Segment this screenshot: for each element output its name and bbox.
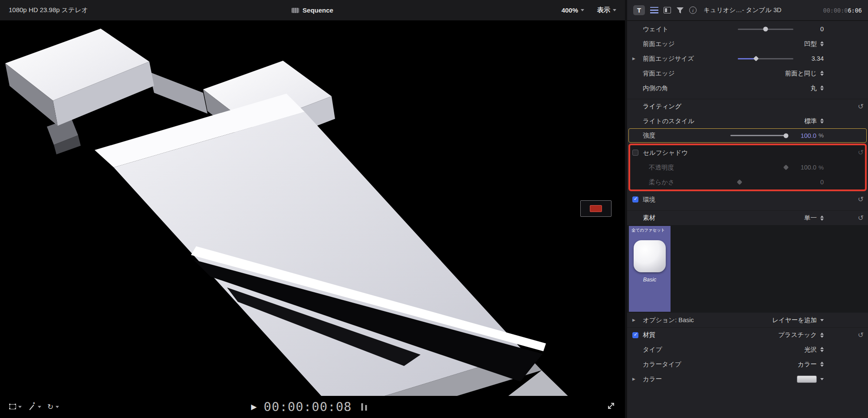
softness-label: 柔らかさ [649,178,674,186]
inspector-header: T キュリオシ…- タンブル 3D 00:00:06:06 [627,0,868,21]
info-icon[interactable] [689,7,697,14]
view-popup[interactable]: 表示 [597,6,616,14]
material-thumbnail[interactable] [634,240,666,272]
intensity-value[interactable]: 100.0 [794,132,816,139]
color-type-label: カラータイプ [643,360,681,369]
front-edge-popup[interactable]: 凹型 [794,40,824,48]
light-style-value: 標準 [794,117,817,125]
transform-tool-button[interactable] [10,404,22,409]
orbit-tool-button[interactable]: ↻ [47,403,59,411]
reset-icon[interactable]: ↺ [858,103,864,110]
reset-icon[interactable]: ↺ [858,215,864,222]
row-front-edge: 前面エッジ 凹型 [627,36,868,51]
type-value: 光沢 [794,346,817,354]
facet-group-label: 全てのファセット [631,228,665,233]
row-environment: 環境 ↺ [627,192,868,207]
view-label: 表示 [597,6,610,14]
self-shadow-annotation-box: セルフシャドウ ↺ 不透明度 100.0 % 柔 [628,144,867,191]
canvas-viewport[interactable] [0,21,625,418]
material-well: 全てのファセット Basic [627,225,868,313]
substance-popup[interactable]: プラスチック [778,331,824,339]
environment-checkbox[interactable] [632,196,638,202]
light-style-label: ライトのスタイル [643,117,694,125]
add-layer-value: レイヤーを追加 [772,316,817,324]
frame-marker-icon[interactable] [362,403,367,411]
row-self-shadow: セルフシャドウ ↺ [630,145,865,160]
disclosure-triangle-icon[interactable]: ▶ [632,377,635,381]
row-intensity: 強度 100.0 % [628,128,867,143]
intensity-slider[interactable] [730,135,786,136]
shadow-opacity-unit: % [819,164,824,171]
color-well[interactable] [797,376,824,383]
tab-text-layout[interactable] [650,7,658,13]
filter-funnel-icon[interactable] [676,7,684,14]
tab-text-inspector[interactable]: T [633,5,645,15]
reset-icon[interactable]: ↺ [858,332,864,339]
orbit-rotate-icon: ↻ [47,403,53,411]
zoom-popup[interactable]: 400% [562,7,584,14]
options-label: オプション: Basic [643,316,694,324]
expand-arrows-icon [607,402,615,410]
material-name-label: Basic [643,277,657,283]
row-type: タイプ 光沢 [627,342,868,357]
disclosure-triangle-icon[interactable]: ▶ [632,56,635,61]
stepper-icon [820,71,824,76]
mini-preview-button[interactable] [580,200,612,217]
front-edge-size-label: 前面エッジサイズ [643,55,694,63]
disclosure-triangle-icon[interactable]: ▶ [632,318,635,322]
inner-corner-popup[interactable]: 丸 [794,84,824,92]
adjust-tool-button[interactable] [28,403,41,411]
color-swatch[interactable] [797,376,817,383]
row-substance: 材質 プラスチック ↺ [627,327,868,342]
row-light-style: ライトのスタイル 標準 [627,114,868,128]
facet-cell-selected[interactable]: 全てのファセット Basic [629,226,671,312]
back-edge-label: 背面エッジ [643,69,675,78]
light-style-popup[interactable]: 標準 [794,117,824,125]
stepper-icon [820,347,824,352]
chevron-down-icon [581,9,584,11]
inspector-rows: ウェイト 0 前面エッジ 凹型 ▶ 前面エッジサイズ [627,21,868,386]
sequence-label: Sequence [302,7,333,14]
type-label: タイプ [643,346,662,354]
self-shadow-checkbox[interactable] [632,150,638,156]
softness-value: 0 [801,179,824,186]
weight-slider[interactable] [738,29,793,30]
add-layer-popup[interactable]: レイヤーを追加 [772,316,824,324]
intensity-label: 強度 [643,131,655,140]
material-popup[interactable]: 単一 [794,214,824,222]
reset-icon[interactable]: ↺ [858,149,864,156]
weight-value[interactable]: 0 [801,26,824,33]
chevron-down-icon [820,378,824,380]
substance-value: プラスチック [778,331,817,339]
stepper-icon [820,85,824,91]
tab-appearance[interactable] [664,7,671,13]
front-edge-size-slider[interactable] [738,58,793,59]
object-duration-timecode: 00:00:06:06 [823,7,862,14]
chevron-down-icon [613,9,616,11]
back-edge-popup[interactable]: 前面と同じ [785,69,824,78]
zoom-value: 400% [562,7,578,14]
reset-icon[interactable]: ↺ [858,196,864,203]
softness-slider [738,182,793,183]
row-color-type: カラータイプ カラー [627,357,868,372]
shadow-opacity-label: 不透明度 [649,163,674,172]
substance-label: 材質 [643,331,655,339]
current-timecode: 00:00:00:08 [263,399,352,414]
canvas-3d-render [0,21,625,396]
chevron-down-icon [38,406,41,408]
substance-checkbox[interactable] [632,332,638,338]
play-button[interactable]: ▶ [251,402,256,411]
section-lighting: ライティング ↺ [627,99,868,114]
type-popup[interactable]: 光沢 [794,346,824,354]
sequence-selector[interactable]: Sequence [292,7,333,14]
fullscreen-button[interactable] [607,402,615,412]
self-shadow-label: セルフシャドウ [643,149,688,157]
project-format-label: 1080p HD 23.98p ステレオ [9,6,88,14]
inner-corner-label: 内側の角 [643,84,668,92]
selected-object-title: キュリオシ…- タンブル 3D [704,6,818,14]
front-edge-size-value[interactable]: 3.34 [801,55,824,62]
lighting-label: ライティング [643,102,681,111]
color-type-popup[interactable]: カラー [794,360,824,369]
front-edge-value: 凹型 [794,40,817,48]
weight-label: ウェイト [643,25,668,33]
